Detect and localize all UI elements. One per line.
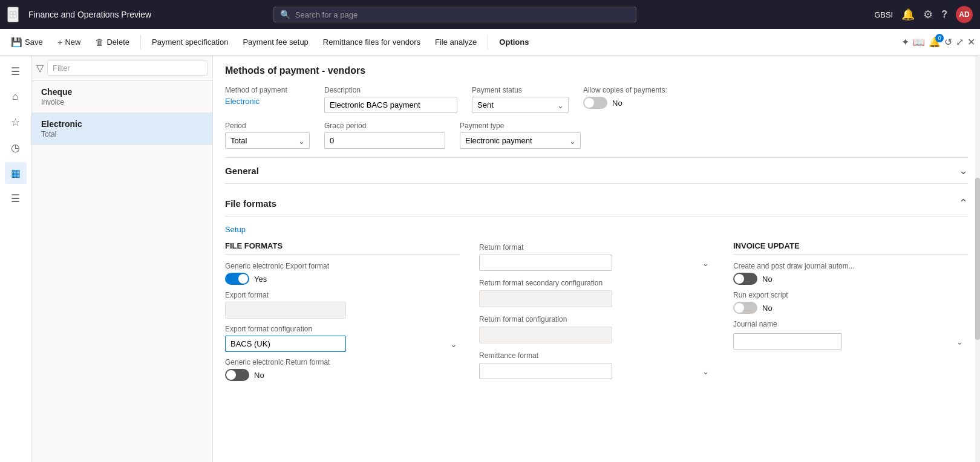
payment-status-select[interactable]: Sent Received None bbox=[472, 97, 569, 113]
notifications-badge-button[interactable]: 🔔 0 bbox=[929, 36, 941, 48]
toolbar-divider-2 bbox=[488, 35, 488, 50]
list-item[interactable]: Cheque Invoice bbox=[31, 81, 212, 113]
generic-export-group: Generic electronic Export format Yes bbox=[225, 262, 460, 285]
payment-status-label: Payment status bbox=[472, 86, 569, 94]
nav-workspaces-button[interactable]: ▦ bbox=[5, 162, 27, 184]
save-icon: 💾 bbox=[11, 37, 22, 48]
generic-export-toggle[interactable] bbox=[225, 273, 249, 285]
payment-spec-button[interactable]: Payment specification bbox=[146, 34, 234, 50]
general-section-title: General bbox=[225, 166, 259, 176]
nav-hamburger-button[interactable]: ☰ bbox=[5, 60, 27, 82]
grace-period-group: Grace period bbox=[324, 122, 445, 149]
return-format-secondary-group: Return format secondary configuration bbox=[479, 277, 714, 307]
export-format-config-input[interactable] bbox=[225, 336, 346, 352]
journal-name-select[interactable] bbox=[733, 333, 842, 350]
invoice-update-sub-title: INVOICE UPDATE bbox=[733, 241, 800, 250]
return-format-select-wrapper bbox=[479, 255, 714, 271]
clock-icon: ◷ bbox=[11, 142, 20, 154]
return-format-secondary-input bbox=[479, 290, 612, 307]
help-button[interactable]: ? bbox=[941, 9, 947, 20]
list-item-selected[interactable]: Electronic Total bbox=[31, 113, 212, 145]
search-bar: 🔍 bbox=[273, 7, 636, 22]
nav-home-button[interactable]: ⌂ bbox=[5, 86, 27, 108]
filter-icon: ▽ bbox=[36, 62, 44, 74]
run-export-toggle[interactable] bbox=[733, 302, 757, 314]
export-format-config-wrapper: ⌄ bbox=[225, 336, 460, 352]
remittance-format-select[interactable] bbox=[479, 363, 612, 379]
invoice-update-column: INVOICE UPDATE Create and post draw jour… bbox=[733, 241, 968, 381]
remittance-format-label: Remittance format bbox=[479, 351, 538, 360]
general-section-header[interactable]: General ⌄ bbox=[225, 157, 968, 184]
save-button[interactable]: 💾 Save bbox=[5, 33, 49, 51]
list-item-subtitle: Invoice bbox=[41, 98, 203, 106]
payment-type-select[interactable]: Electronic payment Check Other bbox=[460, 132, 581, 149]
description-input[interactable] bbox=[324, 97, 457, 113]
list-filter-input[interactable] bbox=[47, 60, 207, 76]
run-export-group: Run export script No bbox=[733, 291, 968, 314]
create-post-value: No bbox=[762, 275, 773, 284]
period-select[interactable]: Total Invoice bbox=[225, 132, 310, 149]
waffle-menu-button[interactable]: ⊞ bbox=[7, 7, 19, 22]
settings-button[interactable]: ⚙ bbox=[923, 8, 933, 21]
period-label: Period bbox=[225, 122, 310, 130]
remittance-format-select-wrapper bbox=[479, 363, 714, 379]
reading-mode-button[interactable]: 📖 bbox=[913, 36, 925, 48]
nav-modules-button[interactable]: ☰ bbox=[5, 187, 27, 209]
close-button[interactable]: ✕ bbox=[967, 36, 975, 48]
setup-link[interactable]: Setup bbox=[225, 225, 246, 234]
refresh-button[interactable]: ↺ bbox=[944, 36, 952, 48]
search-input[interactable] bbox=[295, 10, 630, 19]
nav-favorites-button[interactable]: ☆ bbox=[5, 111, 27, 133]
new-button[interactable]: + New bbox=[51, 33, 87, 51]
remittance-format-group: Remittance format bbox=[479, 350, 714, 379]
create-post-toggle-wrapper: No bbox=[733, 273, 968, 285]
grace-period-input[interactable] bbox=[324, 132, 445, 149]
star-icon: ☆ bbox=[11, 116, 20, 129]
list-panel: ▽ Cheque Invoice Electronic Total bbox=[31, 56, 213, 462]
general-section-toggle-icon: ⌄ bbox=[959, 164, 968, 177]
expand-button[interactable]: ⤢ bbox=[956, 36, 964, 48]
return-format-select[interactable] bbox=[479, 255, 612, 271]
file-formats-sub-header: FILE FORMATS bbox=[225, 241, 460, 255]
filter-button[interactable]: ▽ bbox=[36, 62, 44, 74]
question-icon: ? bbox=[941, 9, 947, 20]
allow-copies-label: Allow copies of payments: bbox=[583, 86, 668, 94]
list-item-title-selected: Electronic bbox=[41, 119, 203, 129]
list-item-subtitle-selected: Total bbox=[41, 130, 203, 138]
journal-name-select-wrapper bbox=[733, 333, 968, 350]
notification-button[interactable]: 🔔 bbox=[901, 8, 915, 21]
options-button[interactable]: Options bbox=[493, 34, 535, 50]
personalize-button[interactable]: ✦ bbox=[901, 36, 909, 48]
method-of-payment-value[interactable]: Electronic bbox=[225, 97, 310, 106]
invoice-update-sub-header: INVOICE UPDATE bbox=[733, 241, 968, 255]
allow-copies-toggle[interactable] bbox=[583, 97, 607, 109]
export-format-config-dropdown-button[interactable]: ⌄ bbox=[450, 339, 457, 349]
grid-icon: ▦ bbox=[11, 167, 21, 180]
list-item-title: Cheque bbox=[41, 87, 203, 97]
avatar[interactable]: AD bbox=[956, 6, 973, 23]
payment-status-select-wrapper: Sent Received None bbox=[472, 97, 569, 113]
method-of-payment-label: Method of payment bbox=[225, 86, 310, 94]
return-format-config-label: Return format configuration bbox=[479, 315, 567, 324]
create-post-toggle[interactable] bbox=[733, 273, 757, 285]
file-analyze-button[interactable]: File analyze bbox=[429, 34, 483, 50]
payment-fee-button[interactable]: Payment fee setup bbox=[237, 34, 314, 50]
top-fields-row: Method of payment Electronic Description… bbox=[225, 86, 968, 113]
remittance-button[interactable]: Remittance files for vendors bbox=[317, 34, 426, 50]
export-format-config-group: Export format configuration ⌄ bbox=[225, 325, 460, 352]
generic-return-toggle-wrapper: No bbox=[225, 369, 460, 381]
scrollbar-thumb[interactable] bbox=[975, 178, 980, 340]
region-label: GBSI bbox=[874, 10, 893, 19]
generic-return-label: Generic electronic Return format bbox=[225, 358, 460, 366]
method-of-payment-group: Method of payment Electronic bbox=[225, 86, 310, 113]
payment-status-group: Payment status Sent Received None bbox=[472, 86, 569, 113]
delete-button[interactable]: 🗑 Delete bbox=[89, 33, 136, 51]
generic-return-toggle[interactable] bbox=[225, 369, 249, 381]
export-format-config-label: Export format configuration bbox=[225, 325, 460, 333]
home-icon: ⌂ bbox=[12, 91, 18, 103]
return-format-label: Return format bbox=[479, 243, 523, 252]
nav-recent-button[interactable]: ◷ bbox=[5, 137, 27, 158]
file-formats-section-header[interactable]: File formats ⌃ bbox=[225, 190, 968, 216]
file-formats-section-toggle-icon: ⌃ bbox=[959, 197, 968, 210]
modules-icon: ☰ bbox=[11, 192, 20, 205]
